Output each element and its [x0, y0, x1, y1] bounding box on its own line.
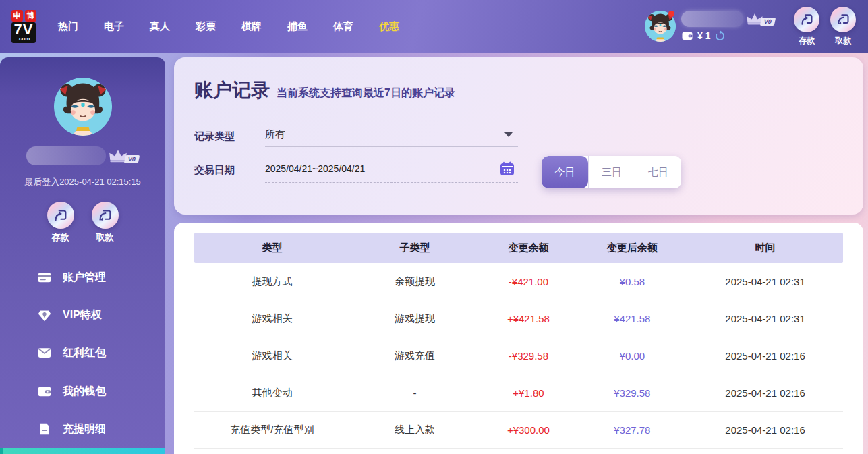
- username-blurred: [26, 146, 106, 165]
- notification-dot: [668, 11, 674, 17]
- records-header-panel: 账户记录 当前系统支持查询最近7日的账户记录 记录类型 所有 交易日期 2025…: [174, 57, 863, 215]
- table-row: 充值类型/充值型别 线上入款 +¥300.00 ¥327.78 2025-04-…: [194, 412, 843, 449]
- sidebar: V0 最后登入2025-04-21 02:15:15 存款 取款: [0, 57, 165, 454]
- sidebar-item-deposit-withdraw-details[interactable]: 充提明细: [0, 410, 165, 448]
- vip-gem-icon: [37, 308, 52, 322]
- withdraw-icon: [98, 208, 112, 223]
- avatar-image: [54, 78, 112, 136]
- sidebar-item-my-wallet[interactable]: 我的钱包: [0, 372, 165, 410]
- nav-item-cards[interactable]: 棋牌: [241, 20, 262, 33]
- today-button[interactable]: 今日: [542, 156, 588, 188]
- envelope-icon: [37, 345, 52, 360]
- withdraw-icon: [836, 13, 850, 26]
- nav-item-slots[interactable]: 电子: [104, 20, 124, 33]
- wallet-icon: [681, 30, 693, 42]
- col-subtype: 子类型: [350, 242, 480, 254]
- sidebar-menu: 账户管理 VIP特权 红利红包: [0, 258, 165, 454]
- vip-crown-icon[interactable]: V0: [746, 13, 775, 26]
- user-area: V0 ¥ 1 存款: [645, 7, 868, 47]
- sidebar-avatar[interactable]: [54, 78, 112, 136]
- balance-amount: ¥ 1: [697, 30, 710, 41]
- refresh-icon[interactable]: [714, 30, 726, 42]
- withdraw-button[interactable]: 取款: [92, 202, 119, 244]
- nav-item-live[interactable]: 真人: [150, 20, 170, 33]
- logo-text: 7V: [14, 21, 34, 38]
- calendar-icon[interactable]: [499, 161, 515, 177]
- table-row: 游戏相关 游戏充值 -¥329.58 ¥0.00 2025-04-21 02:1…: [194, 337, 843, 374]
- page-subtitle: 当前系统支持查询最近7日的账户记录: [277, 86, 455, 101]
- table-row: 游戏相关 游戏提现 +¥421.58 ¥421.58 2025-04-21 02…: [194, 300, 843, 337]
- card-icon: [37, 270, 52, 285]
- three-days-button[interactable]: 三日: [588, 156, 635, 188]
- deposit-button[interactable]: 存款: [47, 202, 74, 244]
- quick-date-buttons: 今日 三日 七日: [542, 156, 681, 188]
- last-login-text: 最后登入2025-04-21 02:15:15: [0, 176, 165, 188]
- chevron-down-icon: [504, 132, 513, 137]
- nav-item-sports[interactable]: 体育: [333, 20, 353, 33]
- table-row: 其他变动 - +¥1.80 ¥329.58 2025-04-21 02:16: [194, 374, 843, 412]
- site-logo[interactable]: 申 博 7V .com: [7, 10, 40, 43]
- sidebar-item-vip-privilege[interactable]: VIP特权: [0, 296, 165, 334]
- col-time: 时间: [687, 242, 843, 254]
- record-type-select[interactable]: 所有: [265, 125, 518, 147]
- date-range-value: 2025/04/21~2025/04/21: [265, 163, 365, 174]
- nav-item-lottery[interactable]: 彩票: [196, 20, 216, 33]
- page-title: 账户记录: [194, 78, 270, 103]
- deposit-icon: [53, 208, 67, 223]
- vip-level-badge: V0: [124, 155, 140, 163]
- table-row: 提现方式 余额提现 -¥421.00 ¥0.58 2025-04-21 02:3…: [194, 263, 843, 300]
- vip-level-badge: V0: [760, 18, 776, 26]
- table-header: 类型 子类型 变更余额 变更后余额 时间: [194, 233, 843, 263]
- col-after: 变更后余额: [577, 242, 688, 254]
- vip-crown-icon[interactable]: V0: [109, 149, 139, 163]
- main-content: 账户记录 当前系统支持查询最近7日的账户记录 记录类型 所有 交易日期 2025…: [174, 57, 863, 454]
- user-avatar[interactable]: [645, 11, 676, 42]
- sidebar-item-account-records[interactable]: 账户记录: [0, 448, 165, 454]
- seven-days-button[interactable]: 七日: [635, 156, 681, 188]
- top-navbar: 申 博 7V .com 热门 电子 真人 彩票 棋牌 捕鱼 体育 优惠: [0, 0, 868, 53]
- record-type-value: 所有: [265, 128, 285, 141]
- wallet-icon: [37, 384, 52, 399]
- deposit-button[interactable]: 存款: [794, 7, 819, 47]
- col-change: 变更余额: [480, 242, 577, 254]
- transaction-date-label: 交易日期: [194, 164, 265, 177]
- sidebar-item-bonus-redpacket[interactable]: 红利红包: [0, 334, 165, 372]
- sidebar-item-account-management[interactable]: 账户管理: [0, 258, 165, 296]
- document-icon: [37, 422, 52, 436]
- date-range-picker[interactable]: 2025/04/21~2025/04/21: [265, 158, 518, 183]
- username-blurred: [681, 11, 743, 27]
- record-type-label: 记录类型: [194, 130, 265, 143]
- nav-item-fishing[interactable]: 捕鱼: [287, 20, 308, 33]
- logo-badge-left: 申: [11, 10, 23, 22]
- withdraw-button[interactable]: 取款: [830, 7, 856, 47]
- logo-badge-right: 博: [25, 10, 36, 22]
- main-navigation: 热门 电子 真人 彩票 棋牌 捕鱼 体育 优惠: [58, 20, 399, 33]
- records-table-panel: 类型 子类型 变更余额 变更后余额 时间 提现方式 余额提现 -¥421.00 …: [174, 223, 863, 454]
- col-type: 类型: [194, 242, 350, 254]
- deposit-icon: [800, 13, 813, 26]
- nav-item-hot[interactable]: 热门: [58, 20, 78, 33]
- nav-item-promo[interactable]: 优惠: [379, 20, 399, 33]
